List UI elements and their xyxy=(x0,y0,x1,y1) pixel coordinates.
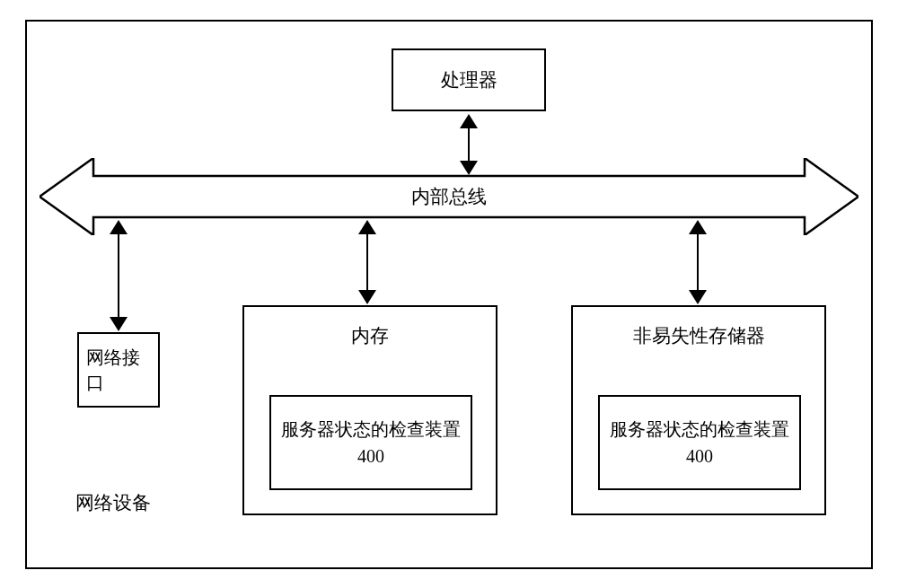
checker-device-memory: 服务器状态的检查装置 400 xyxy=(269,395,472,490)
processor-label: 处理器 xyxy=(441,67,497,92)
checker-device-num-nvstorage: 400 xyxy=(686,443,713,470)
network-interface-box: 网络接口 xyxy=(77,332,160,408)
network-interface-label: 网络接口 xyxy=(86,345,151,395)
checker-device-num-memory: 400 xyxy=(357,443,384,470)
svg-marker-0 xyxy=(40,158,858,235)
network-device-label: 网络设备 xyxy=(75,490,151,515)
checker-device-name-memory: 服务器状态的检查装置 xyxy=(281,416,461,443)
memory-label: 内存 xyxy=(244,323,496,348)
memory-box: 内存 服务器状态的检查装置 400 xyxy=(242,305,497,515)
arrow-bus-network xyxy=(110,220,127,331)
internal-bus: 内部总线 xyxy=(40,158,858,235)
arrow-bus-nvstorage xyxy=(690,220,706,304)
checker-device-nvstorage: 服务器状态的检查装置 400 xyxy=(598,395,801,490)
processor-box: 处理器 xyxy=(392,48,546,111)
checker-device-name-nvstorage: 服务器状态的检查装置 xyxy=(610,416,789,443)
nvstorage-label: 非易失性存储器 xyxy=(573,323,824,348)
arrow-bus-memory xyxy=(359,220,375,304)
bus-arrow-icon xyxy=(40,158,858,235)
nvstorage-box: 非易失性存储器 服务器状态的检查装置 400 xyxy=(571,305,826,515)
